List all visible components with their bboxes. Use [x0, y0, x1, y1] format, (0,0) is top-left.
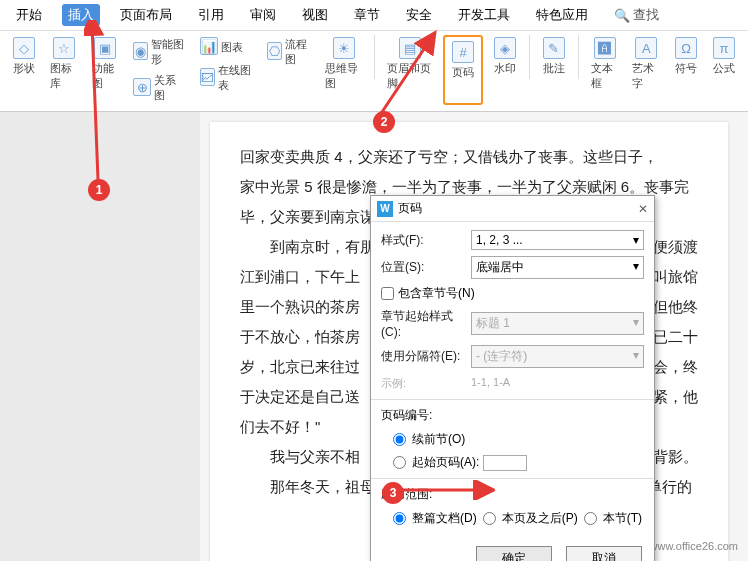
ribbon-shape[interactable]: ◇形状: [8, 35, 40, 105]
ribbon-shape-label: 形状: [13, 61, 35, 76]
this-forward-label: 本页及之后(P): [502, 510, 578, 527]
symbol-icon: Ω: [675, 37, 697, 59]
whole-doc-radio[interactable]: [393, 512, 406, 525]
start-at-radio[interactable]: [393, 456, 406, 469]
page-number-icon: #: [452, 41, 474, 63]
example-label: 示例:: [381, 376, 471, 391]
formula-icon: π: [713, 37, 735, 59]
tab-security[interactable]: 安全: [400, 4, 438, 26]
doc-line: 于不放心，怕茶房: [240, 322, 360, 352]
shape-icon: ◇: [13, 37, 35, 59]
menu-tab-bar: 开始 插入 页面布局 引用 审阅 视图 章节 安全 开发工具 特色应用 🔍 查找: [0, 0, 748, 31]
ribbon-relation-label: 关系图: [154, 73, 186, 103]
separator-select: - (连字符)▾: [471, 345, 644, 368]
ribbon-wordart-label: 艺术字: [632, 61, 660, 91]
watermark-url: www.office26.com: [650, 540, 738, 552]
position-select[interactable]: 底端居中▾: [471, 256, 644, 279]
ribbon-separator: [529, 35, 530, 79]
tab-start[interactable]: 开始: [10, 4, 48, 26]
tab-review[interactable]: 审阅: [244, 4, 282, 26]
chapter-style-select-value: 标题 1: [476, 315, 510, 332]
doc-line: 回家变卖典质 4，父亲还了亏空；又借钱办了丧事。这些日子，: [240, 142, 698, 172]
wps-icon: W: [377, 201, 393, 217]
include-chapter-label: 包含章节号(N): [398, 285, 475, 302]
chevron-down-icon: ▾: [633, 259, 639, 276]
ribbon-symbol[interactable]: Ω符号: [670, 35, 702, 105]
ribbon-watermark[interactable]: ◈水印: [489, 35, 521, 105]
doc-line: 江到浦口，下午上: [240, 262, 360, 292]
ribbon-formula[interactable]: π公式: [708, 35, 740, 105]
search-label: 查找: [633, 6, 659, 24]
start-at-spinner[interactable]: [483, 455, 527, 471]
ribbon-relation[interactable]: ⊕关系图: [129, 71, 190, 105]
ribbon-chart-label: 图表: [221, 40, 243, 55]
search-icon: 🔍: [614, 8, 630, 23]
tab-devtools[interactable]: 开发工具: [452, 4, 516, 26]
tab-insert[interactable]: 插入: [62, 4, 100, 26]
cancel-button[interactable]: 取消: [566, 546, 642, 561]
chevron-down-icon: ▾: [633, 315, 639, 332]
ok-button[interactable]: 确定: [476, 546, 552, 561]
style-label: 样式(F):: [381, 232, 471, 249]
watermark-icon: ◈: [494, 37, 516, 59]
page-number-dialog: W 页码 ✕ 样式(F): 1, 2, 3 ...▾ 位置(S): 底端居中▾ …: [370, 195, 655, 561]
style-select[interactable]: 1, 2, 3 ...▾: [471, 230, 644, 250]
ribbon-mindmap[interactable]: ☀思维导图: [321, 35, 366, 105]
ribbon-textbox[interactable]: 🅰文本框: [587, 35, 623, 105]
smartart-icon: ◉: [133, 42, 148, 60]
tab-view[interactable]: 视图: [296, 4, 334, 26]
ribbon-smartart[interactable]: ◉智能图形: [129, 35, 190, 69]
continue-radio[interactable]: [393, 433, 406, 446]
style-select-value: 1, 2, 3 ...: [476, 233, 523, 247]
ribbon-header-footer-label: 页眉和页脚: [387, 61, 433, 91]
ribbon-funcimg-label: 功能图: [92, 61, 120, 91]
ribbon-flowchart-label: 流程图: [285, 37, 311, 67]
ribbon-separator: [374, 35, 375, 79]
tab-reference[interactable]: 引用: [192, 4, 230, 26]
chapter-style-select: 标题 1▾: [471, 312, 644, 335]
close-icon[interactable]: ✕: [638, 202, 648, 216]
ribbon-chart[interactable]: 📊图表: [196, 35, 257, 59]
onlinechart-icon: 🗠: [200, 68, 215, 86]
search-box[interactable]: 🔍 查找: [614, 6, 659, 24]
funcimg-icon: ▣: [94, 37, 116, 59]
ribbon-textbox-label: 文本框: [591, 61, 619, 91]
textbox-icon: 🅰: [594, 37, 616, 59]
include-chapter-checkbox[interactable]: [381, 287, 394, 300]
ribbon-smartart-label: 智能图形: [151, 37, 186, 67]
ribbon-onlinechart[interactable]: 🗠在线图表: [196, 61, 257, 95]
tab-pagelayout[interactable]: 页面布局: [114, 4, 178, 26]
relation-icon: ⊕: [133, 78, 151, 96]
ribbon-page-number-label: 页码: [452, 65, 474, 80]
header-footer-icon: ▤: [399, 37, 421, 59]
ribbon-funcimg[interactable]: ▣功能图: [88, 35, 124, 105]
doc-line: 我与父亲不相: [240, 442, 360, 472]
ribbon-header-footer[interactable]: ▤页眉和页脚: [383, 35, 437, 105]
this-forward-radio[interactable]: [483, 512, 496, 525]
ribbon-toolbar: ◇形状 ☆图标库 ▣功能图 ◉智能图形 ⊕关系图 📊图表 🗠在线图表 ⎔流程图 …: [0, 31, 748, 112]
ribbon-flowchart[interactable]: ⎔流程图: [263, 35, 315, 69]
position-label: 位置(S):: [381, 259, 471, 276]
numbering-label: 页码编号:: [381, 404, 644, 428]
separator-label: 使用分隔符(E):: [381, 348, 471, 365]
dialog-titlebar[interactable]: W 页码 ✕: [371, 196, 654, 222]
ribbon-wordart[interactable]: A艺术字: [628, 35, 664, 105]
tab-special[interactable]: 特色应用: [530, 4, 594, 26]
ribbon-mindmap-label: 思维导图: [325, 61, 362, 91]
tab-chapter[interactable]: 章节: [348, 4, 386, 26]
ribbon-formula-label: 公式: [713, 61, 735, 76]
whole-doc-label: 整篇文档(D): [412, 510, 477, 527]
annotation-dot-1: 1: [88, 179, 110, 201]
ribbon-page-number[interactable]: #页码: [447, 39, 479, 82]
ribbon-separator: [578, 35, 579, 79]
scope-label: 应用范围:: [381, 483, 644, 507]
ribbon-comments[interactable]: ✎批注: [538, 35, 570, 105]
position-select-value: 底端居中: [476, 259, 524, 276]
annotation-dot-3: 3: [382, 482, 404, 504]
this-section-label: 本节(T): [603, 510, 642, 527]
continue-label: 续前节(O): [412, 431, 465, 448]
this-section-radio[interactable]: [584, 512, 597, 525]
ribbon-comments-label: 批注: [543, 61, 565, 76]
ribbon-iconlib[interactable]: ☆图标库: [46, 35, 82, 105]
example-value: 1-1, 1-A: [471, 376, 510, 391]
